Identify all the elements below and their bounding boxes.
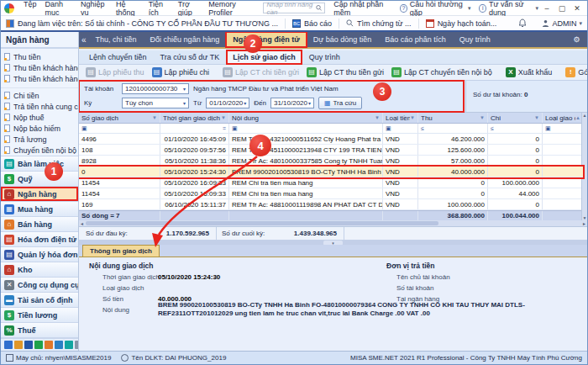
document-icon — [4, 53, 10, 61]
sidebar-task-item[interactable]: Thu tiền khách hàng — [1, 62, 78, 73]
sidebar-module-tien-luong[interactable]: $Tiền lương — [1, 308, 78, 323]
from-date-select[interactable]: 01/10/2020▾ — [206, 98, 249, 108]
tab-bao-cao-phan-tich[interactable]: Báo cáo phân tích — [379, 33, 452, 46]
scroll-right-icon: ► — [582, 221, 586, 226]
horizontal-scrollbar[interactable]: ◄► — [79, 220, 587, 227]
quick-icon-1[interactable] — [4, 341, 13, 349]
subtab-lich-su-giao-dich[interactable]: Lịch sử giao dịch — [228, 51, 301, 63]
notification-bell-icon[interactable] — [518, 19, 527, 28]
sidebar-task-item[interactable]: Chi tiền — [1, 90, 78, 101]
table-row[interactable]: 11454 05/10/2020 16:09:33 REM Chi tra ti… — [79, 188, 583, 199]
close-button[interactable]: ✕ — [570, 3, 584, 14]
column-header[interactable]: Nội dung▼ — [229, 113, 383, 123]
maximize-button[interactable]: ▢ — [555, 3, 569, 14]
quick-icon-3[interactable] — [24, 341, 33, 349]
quick-icon-2[interactable] — [14, 341, 23, 349]
collapse-sidebar-icon[interactable]: « — [81, 35, 87, 45]
table-row[interactable]: 0 05/10/2020 15:24:30 BREM 9900201005308… — [79, 167, 583, 177]
sidebar-module-hoa-don-dien-tu[interactable]: ▤Hóa đơn điện tử — [1, 232, 78, 247]
annotation-step-2: 2 — [244, 34, 262, 53]
filter-zone: Tài khoản 12010000000730▾ Ngân hàng TMCP… — [79, 81, 587, 113]
update-software-link[interactable]: Cập nhật phần mềm — [333, 0, 391, 17]
period-select[interactable]: Tùy chọn▾ — [122, 98, 189, 108]
tab-quy-trinh[interactable]: Quy trình — [454, 33, 496, 46]
sidebar-task-item[interactable]: Nộp thuế — [1, 112, 78, 123]
column-header[interactable]: Loại tiền▼ — [383, 113, 418, 123]
sidebar-module-kho[interactable]: ⌂Kho — [1, 262, 78, 278]
sidebar-module-tai-san-co-dinh[interactable]: ▬Tài sản cố định — [1, 293, 78, 308]
column-header[interactable]: Thời gian giao dịch▼ — [160, 113, 229, 123]
toolbar-icon: ▤ — [307, 67, 317, 77]
quick-icon-5[interactable] — [45, 341, 53, 349]
sidebar-task-item[interactable]: Chuyển tiền nội bộ — [1, 145, 78, 156]
detail-at-bank-label: Tại ngân hàng — [396, 295, 439, 303]
sidebar-module-quan-ly-hoa-don[interactable]: ▤Quản lý hóa đơn — [1, 247, 78, 262]
find-voucher-link[interactable]: Tìm chứng từ ... — [357, 19, 412, 28]
scrollbar-thumb[interactable] — [86, 221, 438, 225]
toolbar-lap-ct-chuyen-tien-noi-bo[interactable]: ▤Lập CT chuyển tiền nội bộ — [389, 66, 495, 79]
tab-doi-chieu-ngan-hang[interactable]: Đối chiếu ngân hàng — [144, 33, 226, 46]
sidebar-module-quy[interactable]: $Quỹ — [1, 172, 78, 187]
quick-icon-7[interactable] — [65, 341, 73, 349]
toolbar-lap-ct-chi-tien-gui[interactable]: ▤Lập CT chi tiền gửi — [220, 66, 302, 79]
posting-date-icon — [426, 19, 434, 28]
sidebar-task-item[interactable]: Thu tiền — [1, 51, 78, 62]
sidebar-task-item[interactable]: Trả lương — [1, 134, 78, 145]
sidebar-modules: ▤Bàn làm việc$Quỹ⌂Ngân hàng▦Mua hàng⌂Bán… — [1, 156, 78, 338]
to-date-select[interactable]: 31/10/2020▾ — [270, 98, 314, 108]
faq-link[interactable]: ?Câu hỏi thường gặp▾ — [400, 0, 470, 17]
subtab-lenh-chuyen-tien[interactable]: Lệnh chuyển tiền — [84, 51, 152, 63]
sidebar-module-ban-hang[interactable]: ⌂Bán hàng — [1, 217, 78, 232]
toolbar-gop-y[interactable]: !Góp ý — [563, 66, 587, 79]
filter-cell[interactable]: ▣ — [79, 124, 160, 133]
table-row[interactable]: 8928 05/10/2020 11:38:36 REM Tfr Ac: 480… — [79, 156, 583, 167]
tab-thu-chi-tien[interactable]: Thu, chi tiền — [90, 33, 143, 46]
module-icon: $ — [4, 310, 14, 320]
sidebar-task-item[interactable]: Nộp bảo hiểm — [1, 123, 78, 134]
report-link[interactable]: Báo cáo — [304, 19, 332, 28]
column-header[interactable]: Số giao dịch▼ — [79, 113, 160, 123]
table-row[interactable]: 108 05/10/2020 09:57:56 REM Tfr Ac: 4511… — [79, 145, 583, 156]
filter-cell[interactable]: = — [160, 124, 229, 133]
column-header[interactable]: Loại giao dịch▲ — [543, 113, 583, 123]
search-transactions-button[interactable]: ▦Tra cứu — [318, 97, 362, 109]
filter-cell[interactable]: ≤ — [488, 124, 543, 133]
sidebar-module-ngan-hang[interactable]: ⌂Ngân hàng — [1, 187, 78, 202]
tab-ngan-hang-dien-tu[interactable]: Ngân hàng điện tử — [227, 33, 306, 46]
quick-icon-6[interactable] — [55, 341, 63, 349]
sidebar-task-item[interactable] — [1, 84, 78, 88]
sidebar-module-mua-hang[interactable]: ▦Mua hàng — [1, 202, 78, 217]
sidebar-task-item[interactable]: Trả tiền nhà cung cấp — [1, 101, 78, 112]
minimize-button[interactable]: – — [540, 3, 554, 14]
settings-gear-icon[interactable]: ⚙▾ — [573, 35, 585, 44]
subtab-tra-cuu-so-du-tk[interactable]: Tra cứu số dư TK — [155, 51, 225, 63]
sidebar-module-cong-cu-dung-cu[interactable]: ✕Công cụ dụng cụ — [1, 278, 78, 293]
tab-thong-tin-giao-dich[interactable]: Thông tin giao dịch — [82, 245, 160, 257]
posting-date-link[interactable]: Ngày hạch toán... — [438, 19, 497, 28]
tab-du-bao-dong-tien[interactable]: Dự báo dòng tiền — [307, 33, 378, 46]
feature-search-input[interactable]: Nhập tính năng cần — [263, 3, 325, 13]
filter-cell[interactable]: ▣ — [383, 124, 418, 133]
table-row[interactable]: 169 06/10/2020 15:11:37 REM Tfr Ac: 4881… — [79, 199, 583, 210]
sidebar-task-item[interactable]: Thu tiền khách hàng hàng l — [1, 73, 78, 84]
sidebar-task-list: Thu tiềnThu tiền khách hàngThu tiền khác… — [1, 49, 78, 156]
column-header[interactable]: Chi▼ — [488, 113, 543, 123]
filter-cell[interactable]: ▣ — [229, 124, 383, 133]
advise-link[interactable]: iTư vấn sử dụng▾ — [479, 0, 538, 17]
user-menu[interactable]: ADMIN▾ — [542, 19, 582, 28]
sidebar-module-thue[interactable]: %Thuế — [1, 323, 78, 338]
table-row[interactable]: 4496 01/10/2020 16:45:09 REM Tfr Ac: 432… — [79, 134, 583, 145]
toolbar-lap-phieu-thu[interactable]: ▤Lập phiếu thu — [83, 66, 147, 79]
dlkt-label: Tên DLKT: DAI PHUONG_2019 — [131, 354, 226, 362]
filter-cell[interactable]: ≤ — [418, 124, 488, 133]
column-header[interactable]: Thu▼ — [418, 113, 488, 123]
sidebar-module-ban-lam-viec[interactable]: ▤Bàn làm việc — [1, 156, 78, 172]
table-row[interactable]: 11454 05/10/2020 16:09:33 REM Chi tra ti… — [79, 177, 583, 188]
toolbar-lap-phieu-chi[interactable]: ▤Lập phiếu chi — [150, 66, 213, 79]
subtab-quy-trinh[interactable]: Quy trình — [304, 51, 345, 63]
toolbar-xuat-khau[interactable]: XXuất khẩu — [503, 66, 555, 79]
quick-icon-4[interactable] — [34, 341, 43, 349]
toolbar-lap-ct-thu-tien-gui[interactable]: ▤Lập CT thu tiền gửi — [304, 66, 386, 79]
filter-cell[interactable]: ▣ — [543, 124, 583, 133]
account-select[interactable]: 12010000000730▾ — [122, 83, 189, 94]
